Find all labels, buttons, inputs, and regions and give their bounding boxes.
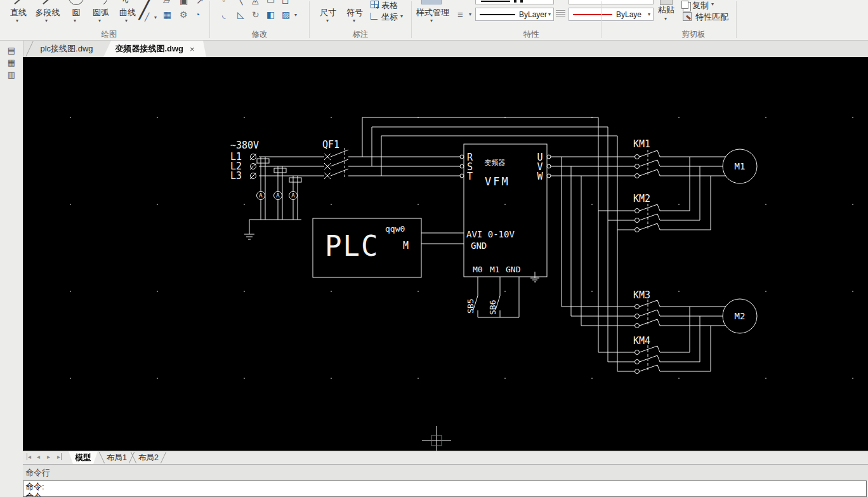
line-tool-icon <box>14 0 22 4</box>
layer-caret-icon[interactable] <box>469 12 471 17</box>
close-icon[interactable]: × <box>190 44 195 54</box>
linetype-preview-line <box>480 14 515 15</box>
hatch-icon[interactable]: ▦ <box>163 10 171 19</box>
symbol-caret-icon[interactable] <box>353 18 355 23</box>
xline-dropdown-caret-icon[interactable] <box>154 15 157 20</box>
style-manager-button[interactable]: 样式管理 <box>414 7 452 18</box>
command-panel-title: 命令行 <box>25 467 50 479</box>
plc-output-tag: qqw0 <box>385 224 405 234</box>
phase-l3-label: L3 <box>230 170 242 182</box>
prev-layout-nav-icon[interactable]: ◂ <box>37 453 40 460</box>
contactor-km4-label: KM4 <box>633 335 650 347</box>
ray-line-icon[interactable]: ╱ <box>145 13 149 21</box>
break-icon[interactable]: ╲ <box>237 0 242 4</box>
dimension-tool[interactable]: 尺寸 <box>319 7 338 18</box>
array-icon[interactable]: ◧ <box>266 10 275 19</box>
style-manager-icon <box>421 0 442 4</box>
inverter-pin-w: W <box>537 171 543 182</box>
stretch-icon[interactable]: ◻ <box>282 0 289 4</box>
properties-panel-label: 特性 <box>504 29 558 40</box>
draw-tool-spline[interactable]: 曲线 <box>115 7 140 18</box>
motor-1-label: M1 <box>735 161 746 171</box>
ammeter-letter: A <box>291 192 295 199</box>
copy-button[interactable]: 复制 <box>691 0 710 11</box>
draw-tool-line[interactable]: 直线 <box>6 7 31 18</box>
spline-tool-icon: ∿ <box>122 0 129 5</box>
draw-tool-arc[interactable]: 圆弧 <box>88 7 114 18</box>
rotate-icon[interactable]: ↻ <box>252 10 260 19</box>
color-dropdown[interactable]: ByLayer <box>569 8 654 21</box>
edit-hatch-icon[interactable]: ▨ <box>282 10 290 19</box>
file-tab-plc[interactable]: plc接线图.dwg <box>30 41 103 57</box>
erase-icon[interactable]: ◦ <box>222 0 225 4</box>
window-tool-icon[interactable]: ▦ <box>6 58 17 68</box>
offset-icon[interactable]: ▭ <box>266 0 275 4</box>
panel-divider <box>601 1 602 38</box>
last-layout-nav-icon[interactable]: ▸ <box>57 453 62 460</box>
copy-icon <box>681 1 688 9</box>
style-manager-caret-icon[interactable] <box>430 18 433 23</box>
line-dropdown-caret-icon[interactable] <box>16 18 18 23</box>
polyline-tool-icon <box>43 0 51 4</box>
inverter-box <box>464 144 547 277</box>
drawing-canvas[interactable]: ~380V L1 L2 L3 QF1 A A A PLC qqw0 M 变频器 … <box>23 57 868 451</box>
tab-layout2[interactable]: 布局2 <box>135 451 162 464</box>
modify-dropdown-caret-icon[interactable] <box>294 13 297 18</box>
gear-icon[interactable]: ⚙ <box>180 10 188 19</box>
schematic-drawing: ~380V L1 L2 L3 QF1 A A A PLC qqw0 M 变频器 … <box>23 57 868 451</box>
motor-2-label: M2 <box>735 311 746 321</box>
coordinate-axes-icon <box>371 13 378 20</box>
paste-caret-icon[interactable] <box>664 17 667 22</box>
region-icon[interactable]: ▱ <box>163 0 170 5</box>
contactor-km1-label: KM1 <box>633 138 650 150</box>
paste-button[interactable]: 粘贴 <box>657 4 676 16</box>
copy-caret-icon[interactable] <box>711 2 714 7</box>
panel-divider <box>736 1 737 38</box>
coordinate-tool[interactable]: 坐标 <box>380 11 399 23</box>
grip-square <box>520 0 523 3</box>
next-layout-nav-icon[interactable]: ▸ <box>47 453 50 460</box>
draw-tool-polyline[interactable]: 多段线 <box>30 7 65 18</box>
circle-dropdown-caret-icon[interactable] <box>74 18 76 23</box>
plc-label: PLC <box>325 230 379 262</box>
modify-panel-label: 修改 <box>233 29 286 40</box>
plot-tool-icon[interactable]: ▤ <box>6 46 17 56</box>
block-icon[interactable]: ▣ <box>180 0 188 5</box>
lineweight-icon[interactable] <box>556 10 565 18</box>
inverter-pin-m1: M1 <box>490 265 500 274</box>
button-sb6-label: SB6 <box>488 300 497 315</box>
layer-list-icon[interactable] <box>457 10 463 19</box>
command-prompt-line: 命令: <box>25 482 864 492</box>
contactor-km2-label: KM2 <box>633 193 650 204</box>
file-tab-bar: plc接线图.dwg 变频器接线图.dwg × <box>23 41 868 57</box>
draw-tool-circle[interactable]: 圆 <box>66 7 86 18</box>
chamfer-icon[interactable]: ◺ <box>237 10 244 19</box>
sheet-tool-icon[interactable]: ▥ <box>6 70 17 80</box>
first-layout-nav-icon[interactable]: ◂ <box>27 453 31 460</box>
match-properties-button[interactable]: 特性匹配 <box>694 11 730 23</box>
table-tool[interactable]: 表格 <box>380 0 399 11</box>
inverter-pin-t: T <box>467 171 473 182</box>
command-panel-titlebar[interactable]: 命令行 <box>23 464 868 480</box>
file-tab-inverter-active[interactable]: 变频器接线图.dwg × <box>103 41 206 57</box>
dimension-caret-icon[interactable] <box>326 18 329 23</box>
plc-m-tag: M <box>403 240 409 251</box>
command-input-area[interactable]: 命令: 命令 <box>23 480 867 497</box>
arc-tool-icon <box>93 0 109 7</box>
inverter-pin-m0: M0 <box>473 265 483 274</box>
point-arrow-icon[interactable]: ↗ <box>196 0 204 5</box>
mirror-icon[interactable]: ◬ <box>252 0 259 4</box>
wipeout-icon[interactable]: ◔ <box>195 10 200 19</box>
spline-dropdown-caret-icon[interactable] <box>125 18 128 23</box>
coordinate-caret-icon[interactable] <box>400 14 403 19</box>
current-transformers <box>257 159 301 182</box>
polyline-dropdown-caret-icon[interactable] <box>45 18 48 23</box>
tab-model[interactable]: 模型 <box>69 451 98 464</box>
ribbon: ∿ 直线 多段线 圆 圆弧 曲线 ╱ ╱ ▱ ▣ ↗ ▦ ⚙ ◔ 绘图 ◦ ╲ … <box>0 0 868 41</box>
panel-divider <box>411 1 412 38</box>
arc-dropdown-caret-icon[interactable] <box>98 18 101 23</box>
tab-layout1[interactable]: 布局1 <box>103 451 131 464</box>
linetype-dropdown[interactable]: ByLayer <box>475 8 554 21</box>
fillet-icon[interactable]: ◟ <box>222 10 225 19</box>
symbol-tool[interactable]: 符号 <box>345 7 364 18</box>
